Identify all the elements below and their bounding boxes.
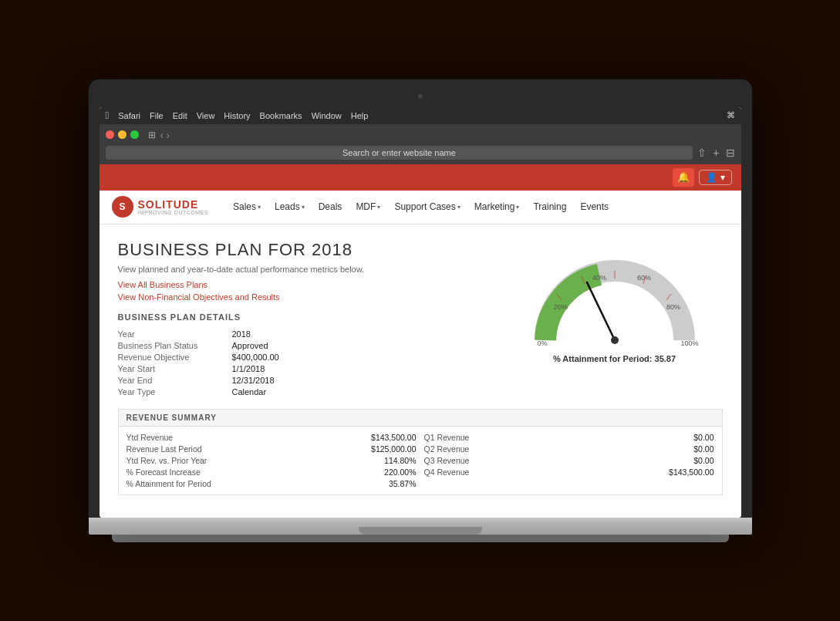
rev-label-q3: Q3 Revenue — [424, 456, 470, 465]
wifi-icon: ⌘ — [727, 110, 735, 120]
nav-deals[interactable]: Deals — [312, 198, 349, 215]
brand-name: SOLITUDE — [138, 199, 208, 210]
safari-menu[interactable]: Safari — [118, 111, 140, 120]
svg-text:80%: 80% — [666, 303, 680, 311]
svg-text:20%: 20% — [553, 303, 567, 311]
svg-point-7 — [611, 336, 619, 344]
gauge-svg: 0% 20% 40% 60% 80% 100% — [530, 248, 700, 348]
logo-text-block: SOLITUDE IMPROVING OUTCOMES — [138, 199, 208, 215]
nav-sales[interactable]: Sales▾ — [227, 198, 267, 215]
nav-training[interactable]: Training — [527, 198, 572, 215]
rev-row-prior-year: Ytd Rev. vs. Prior Year 114.80% — [127, 456, 417, 465]
main-content: BUSINESS PLAN FOR 2018 View planned and … — [100, 224, 741, 518]
rev-value-last-period: $125,000.00 — [371, 444, 416, 454]
brand-tagline: IMPROVING OUTCOMES — [138, 210, 208, 215]
browser-chrome: ⊞ ‹ › Search or enter website name ⇧ + ⊟ — [100, 124, 741, 164]
details-section-header: BUSINESS PLAN DETAILS — [118, 312, 491, 322]
rev-value-prior-year: 114.80% — [384, 456, 416, 465]
detail-label-year: Year — [118, 329, 226, 339]
fullscreen-button[interactable] — [130, 130, 139, 139]
back-button[interactable]: ‹ — [160, 129, 164, 141]
details-grid: Year 2018 Business Plan Status Approved … — [118, 329, 491, 397]
help-menu[interactable]: Help — [351, 111, 369, 120]
camera-bar — [100, 90, 741, 103]
apple-menu[interactable]:  — [106, 110, 110, 121]
user-menu-button[interactable]: 👤 ▾ — [699, 170, 732, 185]
view-menu[interactable]: View — [197, 111, 215, 120]
nav-items: Sales▾ Leads▾ Deals MDF▾ Support Cases▾ — [227, 198, 729, 215]
detail-value-revenue-obj: $400,000.00 — [232, 353, 491, 362]
rev-value-q3: $0.00 — [693, 456, 713, 465]
rev-row-q1: Q1 Revenue $0.00 — [424, 433, 714, 442]
nav-support-cases[interactable]: Support Cases▾ — [388, 198, 466, 215]
detail-value-year-start: 1/1/2018 — [232, 364, 491, 373]
user-icon: 👤 — [706, 172, 717, 183]
detail-value-status: Approved — [232, 341, 491, 350]
rev-row-q4: Q4 Revenue $143,500.00 — [424, 467, 714, 477]
svg-text:0%: 0% — [537, 339, 547, 347]
rev-label-q2: Q2 Revenue — [424, 444, 470, 454]
rev-row-q3: Q3 Revenue $0.00 — [424, 456, 714, 465]
new-tab-icon[interactable]: + — [713, 147, 719, 159]
tab-icon: ⊞ — [148, 130, 156, 140]
bookmarks-menu[interactable]: Bookmarks — [260, 111, 302, 120]
nav-events[interactable]: Events — [574, 198, 615, 215]
revenue-right: Q1 Revenue $0.00 Q2 Revenue $0.00 Q3 Rev… — [424, 433, 714, 488]
page-title: BUSINESS PLAN FOR 2018 — [118, 240, 491, 260]
view-all-plans-link[interactable]: View All Business Plans — [118, 280, 491, 289]
window-menu[interactable]: Window — [312, 111, 342, 120]
history-menu[interactable]: History — [224, 111, 250, 120]
laptop-screen:  Safari File Edit View History Bookmark… — [100, 107, 741, 518]
gauge-container: 0% 20% 40% 60% 80% 100% — [530, 248, 700, 363]
rev-row-q2: Q2 Revenue $0.00 — [424, 444, 714, 454]
revenue-left: Ytd Revenue $143,500.00 Revenue Last Per… — [127, 433, 417, 488]
rev-row-forecast: % Forecast Increase 220.00% — [127, 467, 417, 477]
share-icon[interactable]: ⇧ — [697, 147, 707, 159]
nav-arrows: ‹ › — [160, 129, 170, 141]
rev-label-prior-year: Ytd Rev. vs. Prior Year — [127, 456, 207, 465]
nav-mdf[interactable]: MDF▾ — [349, 198, 386, 215]
laptop-base — [89, 518, 752, 535]
app-navbar: S SOLITUDE IMPROVING OUTCOMES Sales▾ Lea… — [100, 191, 741, 224]
forward-button[interactable]: › — [166, 129, 170, 141]
detail-value-year: 2018 — [232, 329, 491, 339]
logo-letter: S — [119, 201, 125, 212]
content-row: BUSINESS PLAN FOR 2018 View planned and … — [118, 240, 723, 397]
view-objectives-link[interactable]: View Non-Financial Objectives and Result… — [118, 292, 491, 302]
nav-leads[interactable]: Leads▾ — [268, 198, 311, 215]
toolbar-icons: ⇧ + ⊟ — [697, 147, 734, 159]
browser-toolbar: Search or enter website name ⇧ + ⊟ — [106, 146, 735, 160]
logo-icon: S — [112, 196, 133, 218]
notification-button[interactable]: 🔔 — [673, 168, 694, 187]
detail-label-year-end: Year End — [118, 376, 226, 385]
detail-label-year-start: Year Start — [118, 364, 226, 373]
page-subtitle: View planned and year-to-date actual per… — [118, 265, 491, 274]
detail-label-revenue-obj: Revenue Objective — [118, 353, 226, 362]
svg-line-6 — [587, 282, 615, 340]
window-controls — [106, 130, 139, 139]
minimize-button[interactable] — [118, 130, 127, 139]
camera — [418, 94, 423, 99]
detail-label-status: Business Plan Status — [118, 341, 226, 350]
rev-value-ytd: $143,500.00 — [371, 433, 416, 442]
rev-label-last-period: Revenue Last Period — [127, 444, 202, 454]
rev-row-attainment: % Attainment for Period 35.87% — [127, 479, 417, 488]
laptop-shell:  Safari File Edit View History Bookmark… — [89, 79, 752, 542]
rev-value-q2: $0.00 — [693, 444, 713, 454]
address-bar[interactable]: Search or enter website name — [106, 146, 693, 160]
rev-value-q4: $143,500.00 — [669, 467, 713, 477]
user-arrow: ▾ — [720, 172, 725, 183]
detail-value-year-type: Calendar — [232, 387, 491, 397]
svg-text:40%: 40% — [592, 274, 606, 282]
edit-menu[interactable]: Edit — [173, 111, 187, 120]
grid-icon[interactable]: ⊟ — [726, 147, 735, 159]
rev-label-forecast: % Forecast Increase — [127, 467, 201, 477]
rev-label-attainment: % Attainment for Period — [127, 479, 211, 488]
close-button[interactable] — [106, 130, 114, 139]
rev-value-forecast: 220.00% — [384, 467, 416, 477]
revenue-summary-header: REVENUE SUMMARY — [119, 410, 722, 427]
nav-marketing[interactable]: Marketing▾ — [468, 198, 526, 215]
file-menu[interactable]: File — [150, 111, 164, 120]
rev-label-q1: Q1 Revenue — [424, 433, 470, 442]
content-left: BUSINESS PLAN FOR 2018 View planned and … — [118, 240, 491, 397]
